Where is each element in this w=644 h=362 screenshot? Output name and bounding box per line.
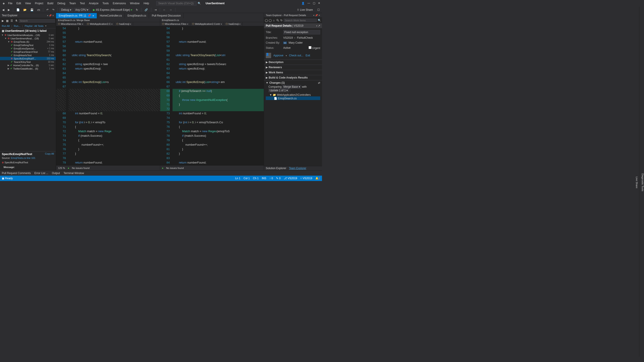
menu-extensions[interactable]: Extensions — [111, 1, 128, 6]
test-row[interactable]: ✔ EmojiFaceSearchTest77 ms — [0, 50, 56, 53]
menu-project[interactable]: Project — [33, 1, 45, 6]
back-icon[interactable]: ◯ — [265, 18, 268, 22]
test-row[interactable]: ▼ ⊗ UserSentimentAnalysis... (18)1 sec — [0, 33, 56, 37]
menu-analyze[interactable]: Analyze — [87, 1, 100, 6]
copy-all-link[interactable]: Copy All — [45, 152, 54, 156]
close-button[interactable]: ✕ — [318, 1, 320, 5]
dropdown-icon[interactable]: ▾ — [316, 25, 317, 27]
dropdown-icon[interactable]: ▾ — [47, 14, 48, 17]
menu-build[interactable]: Build — [46, 1, 55, 6]
changed-file[interactable]: 📄 EmojiSearch.cs — [266, 96, 320, 100]
arrow-right-icon[interactable]: → — [168, 8, 174, 12]
run-link[interactable]: Run... — [14, 25, 20, 27]
test-row[interactable]: ▼ ⊗ EmojiTests (6)244 ms — [0, 40, 56, 43]
menu-team[interactable]: Team — [68, 1, 78, 6]
exit-button[interactable]: Exit — [306, 54, 310, 57]
nav-combo[interactable]: ⎔ hasEmoji ▾ — [224, 22, 242, 26]
test-search-input[interactable] — [19, 19, 55, 23]
list-icon[interactable]: ☰ — [10, 19, 14, 23]
tab-solution-explorer[interactable]: Solution Explorer — [266, 167, 286, 170]
update-dropdown[interactable]: Update 1 of 1 ▾ — [268, 89, 289, 92]
output-tab[interactable]: Terminal Window — [64, 172, 84, 175]
approve-button[interactable]: Approve — [274, 54, 284, 57]
browser-link-icon[interactable]: 🔗 — [143, 8, 149, 12]
doc-tab[interactable]: EmojiSearch.cs — [125, 13, 149, 18]
live-share-button[interactable]: ⇪ Live Share — [295, 8, 315, 12]
swap-icon[interactable]: ⇄ — [318, 81, 320, 84]
redo-icon[interactable]: ↷ — [51, 8, 56, 12]
group-icon[interactable]: ▦ — [6, 19, 9, 23]
output-tab[interactable]: Output — [52, 172, 60, 175]
test-row[interactable]: ✔ EmojiExtraSpecial...< 1 ms — [0, 47, 56, 50]
test-row[interactable]: ▶ ✔ TwitterDataModel... (6)1 ms — [0, 67, 56, 70]
work-item-search[interactable] — [284, 18, 317, 22]
menu-help[interactable]: Help — [142, 1, 151, 6]
undo-icon[interactable]: ↶ — [45, 8, 50, 12]
fwd-icon[interactable]: ◯ — [269, 18, 272, 22]
doc-tab[interactable]: Pull Request Discussion — [149, 13, 184, 18]
maximize-button[interactable]: ▢ — [313, 1, 315, 5]
nav-combo[interactable]: ⎔ hasEmoji ▾ — [114, 22, 133, 26]
pin-icon[interactable]: 📌 — [315, 14, 318, 16]
output-tab[interactable]: Pull Request Comments — [2, 172, 31, 175]
step-icon[interactable]: ⇥ — [153, 8, 158, 12]
test-row[interactable]: ✔ EmojiHeartsTest1 ms — [0, 53, 56, 57]
test-row[interactable]: ⊗ SpecificEmojiNullT...153 ms — [0, 57, 56, 60]
user-avatar-icon[interactable]: 👤 — [301, 1, 305, 5]
menu-file[interactable]: File — [6, 1, 14, 6]
nav-fwd-icon[interactable]: ▶ — [6, 8, 11, 12]
nav-combo[interactable]: ⎔ WebApplication2.Contr ▾ — [190, 22, 224, 26]
refresh-icon[interactable]: ↻ — [134, 8, 140, 12]
source-link[interactable]: EmojiTests.cs line 101 — [11, 157, 36, 159]
home-icon[interactable]: ⌂ — [272, 18, 275, 22]
pr-section[interactable]: ▶Reviewers — [264, 65, 322, 70]
save-all-icon[interactable]: 🗃 — [36, 8, 41, 12]
start-button[interactable]: ▶ IIS Express (Microsoft Edge) ▾ — [92, 8, 133, 12]
menu-view[interactable]: View — [23, 1, 33, 6]
dropdown-icon[interactable]: ▾ — [313, 14, 314, 16]
test-row[interactable]: ▼ ⊗ UserSentimentAnal... (18)1 sec — [0, 37, 56, 40]
search-icon[interactable]: 🔍 — [318, 18, 321, 22]
pr-section[interactable]: ▶Description — [264, 59, 322, 65]
checkout-button[interactable]: Check out... — [289, 54, 304, 57]
play-icon[interactable]: ▶ — [1, 19, 4, 23]
status-branch[interactable]: ⑂ VS2019 — [300, 177, 312, 180]
menu-tools[interactable]: Tools — [100, 1, 110, 6]
test-tree[interactable]: ▼ ⊗ UserSentimentAnalysis... (18)1 sec▼ … — [0, 33, 56, 151]
status-push[interactable]: ↑ 0 — [269, 177, 273, 180]
search-icon[interactable]: 🔍 — [198, 1, 201, 5]
pr-section[interactable]: ▶Work Items — [264, 70, 322, 75]
close-icon[interactable]: ✕ — [52, 14, 54, 17]
doc-tab[interactable]: HomeController.cs — [97, 13, 125, 18]
tab-team-explorer[interactable]: Team Explorer — [289, 167, 306, 170]
test-row[interactable]: ✔ EmojiClothingTest1 ms — [0, 43, 56, 47]
nav-combo[interactable]: ⎔ Miscellaneous File ▾ — [56, 22, 85, 26]
menu-test[interactable]: Test — [78, 1, 87, 6]
changed-folder[interactable]: ▼ 📁 WebApplication2\Controllers — [266, 93, 320, 96]
filter-icon[interactable]: ⚗ — [14, 19, 18, 23]
nav-back-icon[interactable]: ◀ — [1, 8, 6, 12]
plug-icon[interactable]: 🔌 — [276, 18, 280, 22]
popout-icon[interactable]: ↗ — [318, 24, 320, 27]
nav-combo[interactable]: ⎔ Miscellaneous Files ▾ — [160, 22, 190, 26]
status-edit[interactable]: ✎ 0 — [276, 177, 280, 180]
pin-icon[interactable]: 📌 — [88, 14, 91, 17]
status-repo[interactable]: ⎇ VS2019 — [284, 177, 297, 180]
right-code-area[interactable]: 5455565758596061626364656667686970717273… — [160, 26, 264, 165]
refresh-icon[interactable]: ↻ — [280, 18, 283, 22]
zoom-level[interactable]: 125 % — [58, 167, 65, 169]
menu-debug[interactable]: Debug — [56, 1, 67, 6]
new-project-icon[interactable]: 📄 — [15, 8, 21, 12]
close-icon[interactable]: ✕ — [92, 14, 94, 17]
arrow-left-icon[interactable]: ← — [162, 8, 167, 12]
test-row[interactable]: ▶ ✔ HomeControllerTe... (6)1 sec — [0, 64, 56, 67]
compare-base-dropdown[interactable]: Merge Base ▾ — [282, 85, 301, 89]
notification-bell-icon[interactable]: 🔔2 — [315, 177, 320, 180]
doc-tab[interactable]: EmojiSearch.cs: PR 11 📌 ✕ — [56, 13, 97, 18]
menu-window[interactable]: Window — [128, 1, 142, 6]
config-dropdown[interactable]: Debug ▾ — [60, 8, 73, 12]
close-icon[interactable]: ✕ — [318, 14, 320, 16]
search-vs-input[interactable] — [156, 1, 196, 5]
urgent-checkbox[interactable] — [308, 46, 312, 49]
pr-section[interactable]: ▶Build & Code Analysis Results — [264, 75, 322, 80]
